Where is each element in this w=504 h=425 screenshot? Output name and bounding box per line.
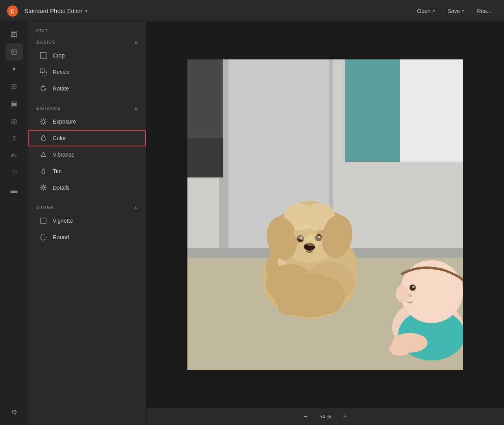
tint-item[interactable]: Tint (28, 163, 146, 179)
svg-rect-5 (40, 69, 44, 73)
canvas-content (146, 22, 504, 408)
resize-icon (39, 68, 47, 76)
details-icon (39, 184, 47, 192)
sliders-icon[interactable]: ⊟ (6, 43, 23, 61)
icon-sidebar-bottom: ⚙ (6, 404, 23, 421)
vignette-item[interactable]: Vignette (28, 213, 146, 229)
svg-line-15 (41, 123, 41, 124)
topbar: c Standard Photo Editor ▾ Open ▾ Save ▾ … (0, 0, 504, 22)
image-icon[interactable]: 🖼 (6, 26, 23, 43)
details-item[interactable]: Details (28, 179, 146, 196)
svg-marker-16 (41, 152, 46, 157)
resize-item[interactable]: Resize (28, 64, 146, 80)
rotate-icon (39, 85, 47, 92)
details-label: Details (53, 185, 70, 191)
round-icon (39, 233, 47, 241)
save-label: Save (448, 8, 460, 14)
svg-line-24 (45, 189, 46, 190)
basics-title: BASICS (36, 40, 56, 44)
frame-icon[interactable]: ▣ (6, 95, 23, 113)
app-title-dropdown[interactable]: Standard Photo Editor ▾ (24, 7, 87, 14)
crop-label: Crop (53, 52, 65, 59)
svg-point-71 (412, 286, 415, 288)
settings-icon[interactable]: ⚙ (6, 404, 23, 421)
rotate-item[interactable]: Rotate (28, 80, 146, 97)
reset-button[interactable]: Res... (471, 6, 498, 17)
other-title-row[interactable]: OTHER ▲ (28, 202, 146, 213)
exposure-label: Exposure (53, 118, 76, 125)
zoom-out-button[interactable]: − (300, 411, 311, 422)
svg-rect-39 (187, 59, 223, 138)
edit-label: EDIT (28, 28, 146, 37)
enhance-section: ENHANCE ▲ (28, 103, 146, 196)
svg-rect-6 (43, 71, 46, 75)
icon-sidebar: 🖼⊟✦⊞▣◎T✏♡▬ ⚙ (0, 22, 28, 425)
svg-line-13 (45, 123, 45, 124)
enhance-title-row[interactable]: ENHANCE ▲ (28, 103, 146, 113)
exposure-item[interactable]: Exposure (28, 113, 146, 130)
svg-line-12 (41, 119, 41, 120)
color-label: Color (53, 135, 66, 141)
tint-label: Tint (53, 168, 62, 174)
photo-canvas (187, 59, 463, 370)
zoom-bar: − 54 % + (146, 408, 504, 425)
save-chevron-icon: ▾ (462, 8, 464, 13)
save-button[interactable]: Save ▾ (441, 6, 471, 17)
rectangle-icon[interactable]: ▬ (6, 182, 23, 199)
basics-section: BASICS ▲ Crop (28, 37, 146, 97)
wand-icon[interactable]: ✦ (6, 61, 23, 78)
vignette-label: Vignette (53, 218, 73, 224)
other-collapse-icon: ▲ (133, 205, 138, 210)
icon-sidebar-top: 🖼⊟✦⊞▣◎T✏♡▬ (6, 26, 23, 199)
svg-point-62 (278, 299, 306, 315)
color-item[interactable]: Color (28, 130, 146, 146)
svg-point-7 (42, 120, 45, 123)
round-label: Round (53, 234, 69, 240)
svg-rect-28 (41, 218, 46, 224)
color-icon (39, 134, 47, 142)
reset-label: Res... (477, 8, 491, 14)
grid-icon[interactable]: ⊞ (6, 78, 23, 95)
svg-point-29 (41, 235, 46, 240)
crop-icon (39, 52, 47, 59)
enhance-title: ENHANCE (36, 106, 61, 111)
svg-point-67 (389, 342, 411, 356)
enhance-collapse-icon: ▲ (133, 105, 138, 111)
vibrance-label: Vibrance (53, 152, 74, 158)
text-icon[interactable]: T (6, 130, 23, 147)
canvas-area: − 54 % + (146, 22, 504, 425)
vibrance-item[interactable]: Vibrance (28, 146, 146, 163)
basics-collapse-icon: ▲ (133, 39, 138, 45)
svg-point-63 (313, 298, 341, 313)
svg-point-18 (42, 187, 44, 189)
exposure-icon (39, 118, 47, 126)
tint-icon (39, 167, 47, 175)
svg-text:c: c (10, 7, 14, 15)
svg-rect-2 (41, 53, 46, 58)
other-section: OTHER ▲ (28, 202, 146, 246)
svg-point-69 (396, 285, 408, 302)
zoom-in-button[interactable]: + (339, 411, 350, 422)
title-chevron-icon: ▾ (85, 8, 87, 14)
resize-label: Resize (53, 69, 70, 75)
svg-line-26 (41, 189, 42, 190)
svg-line-14 (45, 119, 45, 120)
round-item[interactable]: Round (28, 229, 146, 246)
basics-title-row[interactable]: BASICS ▲ (28, 37, 146, 47)
svg-point-72 (408, 294, 412, 297)
crop-item[interactable]: Crop (28, 47, 146, 64)
svg-point-74 (304, 235, 323, 246)
svg-line-25 (45, 185, 46, 186)
vibrance-icon (39, 151, 47, 159)
open-button[interactable]: Open ▾ (411, 6, 441, 17)
svg-line-23 (41, 185, 42, 186)
brush-icon[interactable]: ✏ (6, 147, 23, 164)
camera-icon[interactable]: ◎ (6, 113, 23, 130)
edit-panel: EDIT BASICS ▲ Crop (28, 22, 146, 425)
other-title: OTHER (36, 205, 54, 210)
heart-icon[interactable]: ♡ (6, 164, 23, 182)
app-logo: c (6, 5, 19, 17)
rotate-label: Rotate (53, 85, 69, 92)
vignette-icon (39, 217, 47, 225)
main-body: 🖼⊟✦⊞▣◎T✏♡▬ ⚙ EDIT BASICS ▲ Crop (0, 22, 504, 425)
